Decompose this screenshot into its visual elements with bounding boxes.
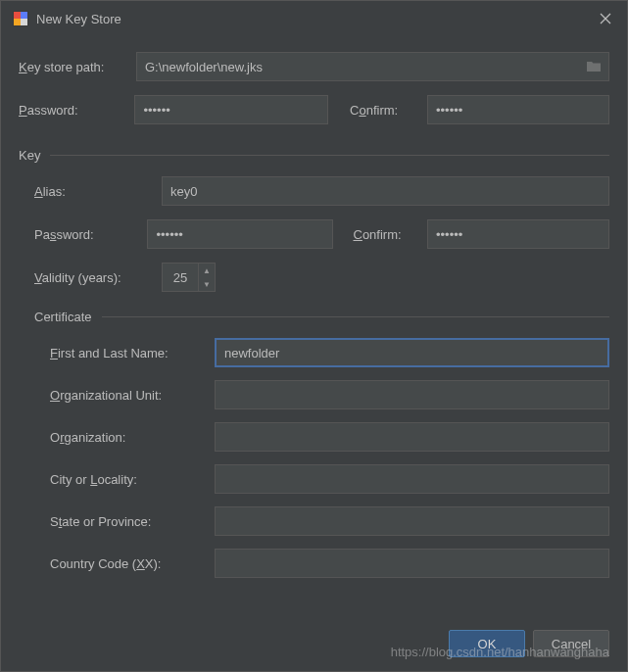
first-last-row: First and Last Name: bbox=[50, 338, 609, 367]
state-row: State or Province: bbox=[50, 506, 609, 536]
key-password-input[interactable] bbox=[147, 219, 333, 249]
key-password-row: Password: Confirm: bbox=[34, 219, 609, 249]
keystore-path-wrap bbox=[136, 52, 609, 81]
certificate-section-header: Certificate bbox=[34, 310, 609, 324]
org-unit-row: Organizational Unit: bbox=[50, 380, 609, 409]
city-label: City or Locality: bbox=[50, 472, 215, 487]
keystore-path-input[interactable] bbox=[136, 52, 609, 81]
key-confirm-input[interactable] bbox=[427, 219, 609, 249]
app-icon bbox=[13, 11, 28, 26]
spinner-buttons: ▲ ▼ bbox=[198, 264, 215, 291]
validity-row: Validity (years): ▲ ▼ bbox=[34, 263, 609, 292]
dialog-title: New Key Store bbox=[36, 12, 596, 26]
divider bbox=[102, 316, 609, 317]
dialog-footer: OK Cancel https://blog.csdn.net/hanhanwa… bbox=[1, 618, 627, 671]
dialog-content: Key store path: Password: Confirm: Key bbox=[1, 36, 627, 618]
org-unit-input[interactable] bbox=[215, 380, 609, 409]
spinner-down-button[interactable]: ▼ bbox=[199, 277, 215, 291]
alias-input[interactable] bbox=[162, 176, 609, 206]
keystore-password-label: Password: bbox=[19, 103, 134, 118]
key-section-header: Key bbox=[19, 148, 609, 163]
cancel-button[interactable]: Cancel bbox=[533, 630, 609, 657]
ok-button[interactable]: OK bbox=[449, 630, 525, 657]
validity-spinner[interactable]: ▲ ▼ bbox=[162, 263, 216, 292]
key-password-label: Password: bbox=[34, 227, 147, 242]
first-last-label: First and Last Name: bbox=[50, 346, 215, 360]
country-row: Country Code (XX): bbox=[50, 549, 609, 578]
state-input[interactable] bbox=[215, 506, 609, 536]
titlebar: New Key Store bbox=[1, 1, 627, 36]
keystore-password-row: Password: Confirm: bbox=[19, 95, 609, 124]
keystore-password-input[interactable] bbox=[134, 95, 328, 124]
city-input[interactable] bbox=[215, 464, 609, 494]
new-keystore-dialog: New Key Store Key store path: Password: bbox=[0, 0, 628, 672]
state-label: State or Province: bbox=[50, 514, 215, 529]
key-confirm-label: Confirm: bbox=[353, 227, 427, 242]
first-last-input[interactable] bbox=[215, 338, 609, 367]
certificate-section: First and Last Name: Organizational Unit… bbox=[34, 338, 609, 578]
keystore-confirm-label: Confirm: bbox=[350, 103, 427, 118]
divider bbox=[50, 155, 609, 156]
folder-icon bbox=[586, 60, 602, 73]
close-button[interactable] bbox=[596, 9, 615, 28]
keystore-path-row: Key store path: bbox=[19, 52, 609, 81]
close-icon bbox=[600, 13, 611, 24]
org-unit-label: Organizational Unit: bbox=[50, 388, 215, 403]
key-section: Alias: Password: Confirm: Validity (year… bbox=[19, 176, 609, 591]
organization-label: Organization: bbox=[50, 430, 215, 445]
certificate-section-title: Certificate bbox=[34, 310, 92, 324]
key-section-title: Key bbox=[19, 148, 40, 163]
keystore-path-label: Key store path: bbox=[19, 60, 136, 74]
browse-folder-button[interactable] bbox=[586, 60, 602, 73]
alias-row: Alias: bbox=[34, 176, 609, 206]
validity-label: Validity (years): bbox=[34, 270, 162, 285]
validity-input[interactable] bbox=[163, 270, 198, 285]
svg-rect-1 bbox=[14, 12, 21, 19]
country-label: Country Code (XX): bbox=[50, 556, 215, 571]
alias-label: Alias: bbox=[34, 184, 162, 199]
svg-rect-2 bbox=[21, 12, 27, 19]
svg-rect-3 bbox=[14, 19, 21, 25]
country-input[interactable] bbox=[215, 549, 609, 578]
svg-rect-4 bbox=[21, 19, 27, 25]
spinner-up-button[interactable]: ▲ bbox=[199, 264, 215, 277]
keystore-confirm-input[interactable] bbox=[427, 95, 609, 124]
organization-input[interactable] bbox=[215, 422, 609, 452]
city-row: City or Locality: bbox=[50, 464, 609, 494]
organization-row: Organization: bbox=[50, 422, 609, 452]
